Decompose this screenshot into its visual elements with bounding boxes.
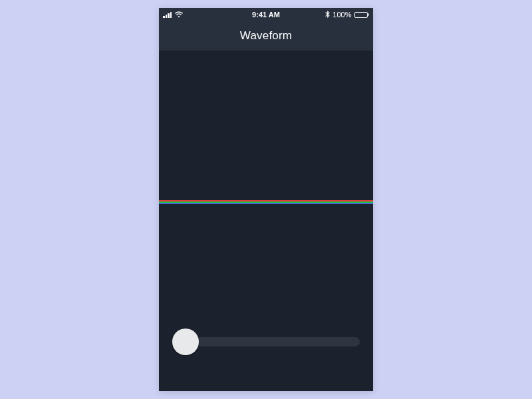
status-left — [163, 11, 184, 18]
cellular-signal-icon — [163, 11, 172, 18]
content-area — [159, 51, 373, 391]
battery-percent-label: 100% — [332, 11, 351, 19]
status-right: 100% — [325, 11, 369, 19]
wifi-icon — [174, 11, 184, 18]
battery-icon — [354, 12, 370, 18]
nav-bar: Waveform — [159, 21, 373, 51]
waveform-display — [159, 200, 373, 204]
waveform-line — [159, 203, 373, 204]
page-title: Waveform — [240, 29, 292, 43]
status-time: 9:41 AM — [252, 11, 280, 19]
status-bar: 9:41 AM 100% — [159, 8, 373, 21]
slider-track — [186, 337, 360, 346]
amplitude-slider[interactable] — [172, 329, 360, 355]
phone-frame: 9:41 AM 100% Waveform — [159, 8, 373, 391]
bluetooth-icon — [325, 11, 330, 19]
slider-thumb[interactable] — [172, 329, 199, 355]
